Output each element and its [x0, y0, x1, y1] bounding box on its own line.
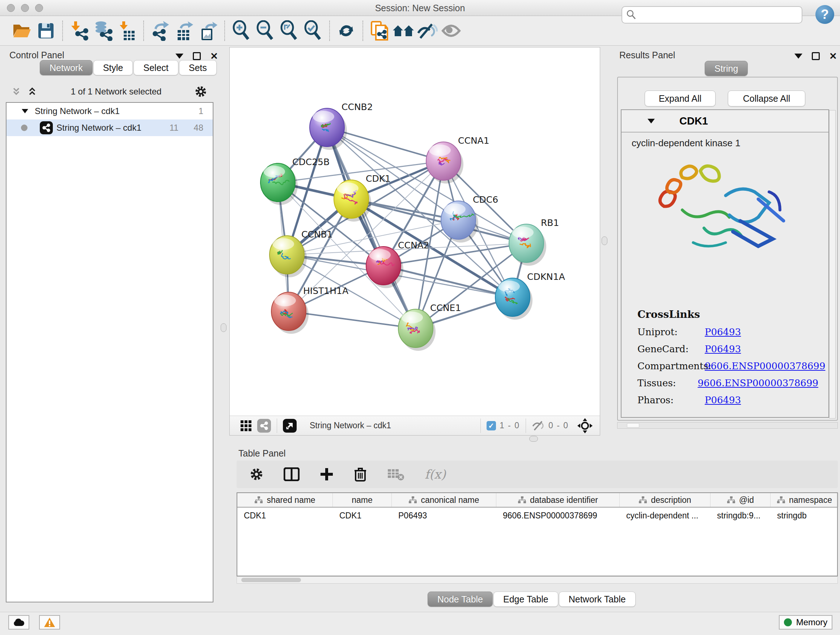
first-neighbors-icon[interactable]: [392, 19, 415, 43]
network-node-rb1[interactable]: RB1: [509, 218, 559, 266]
column-header-canonicalname[interactable]: canonical name: [392, 493, 496, 507]
table-horizontal-scrollbar[interactable]: [237, 576, 838, 584]
network-node-hist1h1a[interactable]: HIST1H1A: [271, 286, 348, 334]
table-cell[interactable]: CDK1: [333, 508, 392, 524]
network-tree: String Network – cdk1 1 String Network –…: [6, 102, 213, 602]
bottom-splitter-handle[interactable]: [529, 436, 538, 442]
tab-node-table[interactable]: Node Table: [428, 592, 493, 607]
network-node-cdc25b[interactable]: CDC25B: [261, 157, 330, 205]
crosslink-uniprot-link[interactable]: P06493: [705, 326, 741, 337]
zoom-out-icon[interactable]: [253, 19, 277, 43]
birds-eye-grid-icon[interactable]: [240, 420, 252, 432]
zoom-selected-icon[interactable]: [301, 19, 325, 43]
crosslink-tissues-link[interactable]: 9606.ENSP00000378699: [698, 378, 818, 388]
export-table-icon[interactable]: [172, 19, 196, 43]
table-cell[interactable]: stringdb: [771, 508, 838, 524]
tab-network-table[interactable]: Network Table: [559, 592, 636, 607]
collection-expand-icon[interactable]: [21, 107, 29, 115]
help-button[interactable]: ?: [815, 5, 834, 24]
collapse-all-button[interactable]: Collapse All: [728, 90, 805, 106]
network-view[interactable]: CCNB2CCNA1CDC25BCDK1CDC6RB1CCNB1CCNA2HIS…: [229, 47, 600, 435]
show-all-icon[interactable]: [439, 19, 463, 43]
panel-menu-icon[interactable]: [175, 54, 183, 59]
search-input[interactable]: [637, 10, 802, 20]
tab-style[interactable]: Style: [93, 60, 133, 75]
results-horizontal-scrollbar[interactable]: [617, 422, 838, 429]
network-node-cdc6[interactable]: CDC6: [441, 195, 498, 242]
function-builder-icon[interactable]: f(x): [425, 467, 446, 481]
network-node-cdkn1a[interactable]: CDKN1A: [495, 272, 565, 320]
results-vertical-scrollbar[interactable]: [829, 110, 836, 418]
float-panel-icon[interactable]: [193, 52, 201, 60]
table-cell[interactable]: P06493: [392, 508, 496, 524]
new-network-from-selection-icon[interactable]: [368, 19, 392, 43]
table-options-gear-icon[interactable]: [249, 467, 264, 481]
collapse-entry-icon[interactable]: [647, 117, 655, 125]
crosslink-genecard-link[interactable]: P06493: [705, 344, 741, 355]
network-options-gear-icon[interactable]: [195, 86, 207, 98]
network-collection-row[interactable]: String Network – cdk1 1: [6, 103, 213, 119]
network-node-ccnb2[interactable]: CCNB2: [309, 102, 373, 150]
close-panel-icon[interactable]: ✕: [210, 51, 218, 61]
collapse-all-networks-icon[interactable]: [27, 86, 38, 97]
tab-string[interactable]: String: [705, 61, 748, 76]
network-row-selected[interactable]: String Network – cdk1 11 48: [6, 119, 213, 136]
network-canvas[interactable]: CCNB2CCNA1CDC25BCDK1CDC6RB1CCNB1CCNA2HIS…: [230, 48, 600, 416]
float-panel-icon[interactable]: [812, 52, 820, 60]
search-box[interactable]: [622, 6, 802, 24]
memory-button[interactable]: Memory: [779, 615, 832, 630]
network-share-icon[interactable]: [257, 419, 271, 432]
save-session-icon[interactable]: [34, 19, 58, 43]
scrollbar-thumb[interactable]: [241, 578, 301, 582]
network-node-ccna1[interactable]: CCNA1: [426, 135, 489, 184]
hidden-count: 0 - 0: [548, 421, 569, 431]
column-header-namespace[interactable]: namespace: [771, 493, 838, 507]
warnings-button[interactable]: [39, 615, 60, 630]
table-cell[interactable]: stringdb:9...: [711, 508, 771, 524]
table-cell[interactable]: cyclin-dependent ...: [620, 508, 711, 524]
tab-sets[interactable]: Sets: [179, 60, 217, 75]
add-column-icon[interactable]: [320, 467, 333, 481]
tab-edge-table[interactable]: Edge Table: [493, 592, 558, 607]
column-header-databaseidentifier[interactable]: database identifier: [496, 493, 620, 507]
node-details-card: CDK1 cyclin-dependent kinase 1: [621, 109, 829, 418]
zoom-fit-content-icon[interactable]: [277, 19, 301, 43]
results-panel-window-icons: ✕: [794, 51, 837, 61]
open-in-browser-icon[interactable]: [283, 419, 297, 432]
import-network-file-icon[interactable]: [67, 19, 91, 43]
export-network-icon[interactable]: [148, 19, 172, 43]
column-header-id[interactable]: @id: [711, 493, 771, 507]
network-edge[interactable]: [327, 127, 416, 328]
delete-table-icon[interactable]: [387, 468, 404, 481]
panel-menu-icon[interactable]: [794, 54, 802, 59]
tab-select[interactable]: Select: [134, 60, 178, 75]
table-row[interactable]: CDK1CDK1P064939606.ENSP00000378699cyclin…: [237, 508, 837, 524]
crosslink-pharos-link[interactable]: P06493: [705, 394, 741, 405]
selected-nodes-checkbox[interactable]: ✓: [486, 421, 496, 431]
open-session-icon[interactable]: [10, 19, 34, 43]
network-type-icon: [40, 121, 53, 134]
right-splitter-handle[interactable]: [602, 236, 607, 245]
close-panel-icon[interactable]: ✕: [829, 51, 837, 61]
apply-layout-icon[interactable]: [334, 19, 358, 43]
hide-selection-icon[interactable]: [415, 19, 439, 43]
table-cell[interactable]: CDK1: [237, 508, 333, 524]
node-details-header[interactable]: CDK1: [622, 110, 829, 133]
left-splitter-handle[interactable]: [221, 323, 226, 332]
tab-network[interactable]: Network: [40, 60, 93, 75]
delete-column-icon[interactable]: [354, 467, 367, 481]
column-header-sharedname[interactable]: shared name: [237, 493, 333, 507]
crosslink-compartments-link[interactable]: 9606.ENSP00000378699: [705, 361, 825, 371]
export-image-icon[interactable]: [196, 19, 220, 43]
cloud-status-button[interactable]: [8, 615, 29, 630]
expand-all-button[interactable]: Expand All: [645, 90, 715, 106]
show-column-selector-icon[interactable]: [284, 467, 300, 481]
pan-crosshair-icon[interactable]: [577, 418, 592, 433]
import-table-file-icon[interactable]: [115, 19, 139, 43]
column-header-name[interactable]: name: [333, 493, 392, 507]
column-header-description[interactable]: description: [620, 493, 711, 507]
import-network-database-icon[interactable]: [91, 19, 115, 43]
expand-all-networks-icon[interactable]: [11, 86, 22, 97]
table-cell[interactable]: 9606.ENSP00000378699: [496, 508, 620, 524]
zoom-in-icon[interactable]: [229, 19, 253, 43]
